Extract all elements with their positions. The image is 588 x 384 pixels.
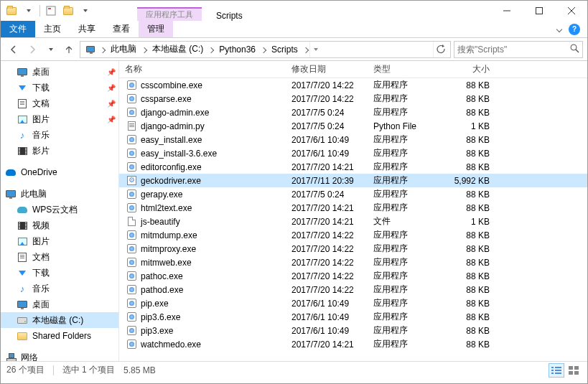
file-list[interactable]: csscombine.exe2017/7/20 14:22应用程序88 KBcs… bbox=[119, 78, 587, 361]
sidebar-item-label: 桌面 bbox=[32, 66, 50, 78]
close-button[interactable] bbox=[555, 1, 587, 21]
help-button[interactable]: ? bbox=[569, 24, 580, 35]
file-row[interactable]: pip3.6.exe2017/6/1 10:49应用程序88 KB bbox=[119, 310, 587, 324]
file-name: editorconfig.exe bbox=[141, 162, 202, 172]
file-row[interactable]: easy_install.exe2017/6/1 10:49应用程序88 KB bbox=[119, 133, 587, 146]
file-row[interactable]: pathod.exe2017/7/20 14:22应用程序88 KB bbox=[119, 283, 587, 296]
chevron-right-icon[interactable] bbox=[302, 45, 309, 55]
sidebar-item[interactable]: 图片📌 bbox=[1, 111, 118, 127]
chevron-right-icon[interactable] bbox=[99, 45, 106, 55]
file-row[interactable]: django-admin.exe2017/7/5 0:24应用程序88 KB bbox=[119, 106, 587, 119]
app-icon[interactable] bbox=[5, 4, 18, 17]
file-row[interactable]: mitmdump.exe2017/7/20 14:22应用程序88 KB bbox=[119, 228, 587, 242]
breadcrumb-segment[interactable]: 此电脑 bbox=[106, 42, 141, 57]
breadcrumb-segment[interactable]: Scripts bbox=[267, 43, 302, 56]
file-row[interactable]: pip.exe2017/6/1 10:49应用程序88 KB bbox=[119, 296, 587, 310]
sidebar-item[interactable]: Shared Folders bbox=[1, 328, 118, 344]
sidebar-item[interactable]: 桌面 bbox=[1, 296, 118, 312]
svg-rect-0 bbox=[47, 6, 55, 15]
file-size: 1 KB bbox=[445, 121, 495, 131]
search-box[interactable] bbox=[454, 41, 583, 58]
file-row[interactable]: mitmweb.exe2017/7/20 14:22应用程序88 KB bbox=[119, 256, 587, 269]
refresh-button[interactable] bbox=[433, 42, 449, 57]
folder-icon bbox=[17, 331, 28, 341]
file-row[interactable]: easy_install-3.6.exe2017/6/1 10:49应用程序88… bbox=[119, 146, 587, 160]
file-type: 应用程序 bbox=[373, 311, 445, 323]
col-date[interactable]: 修改日期 bbox=[291, 63, 373, 75]
sidebar-item[interactable]: 影片 bbox=[1, 143, 118, 159]
file-date: 2017/7/20 14:21 bbox=[291, 217, 373, 227]
file-row[interactable]: django-admin.py2017/7/5 0:24Python File1… bbox=[119, 119, 587, 133]
file-row[interactable]: gerapy.exe2017/7/5 0:24应用程序88 KB bbox=[119, 187, 587, 201]
sidebar-onedrive[interactable]: OneDrive bbox=[1, 164, 118, 180]
minimize-button[interactable] bbox=[490, 1, 523, 21]
svg-rect-14 bbox=[569, 366, 573, 370]
file-row[interactable]: cssparse.exe2017/7/20 14:22应用程序88 KB bbox=[119, 92, 587, 106]
sidebar-network[interactable]: 网络 bbox=[1, 350, 118, 361]
svg-rect-8 bbox=[551, 367, 554, 368]
chevron-right-icon[interactable] bbox=[141, 45, 148, 55]
chevron-right-icon[interactable] bbox=[260, 45, 267, 55]
search-input[interactable] bbox=[457, 45, 570, 55]
file-row[interactable]: editorconfig.exe2017/7/20 14:21应用程序88 KB bbox=[119, 160, 587, 174]
exe-icon bbox=[125, 202, 138, 214]
sidebar-item[interactable]: 桌面📌 bbox=[1, 64, 118, 80]
breadcrumb-root-icon[interactable] bbox=[82, 45, 99, 54]
col-size[interactable]: 大小 bbox=[445, 63, 495, 75]
file-row[interactable]: pip3.exe2017/6/1 10:49应用程序88 KB bbox=[119, 324, 587, 337]
recent-locations-button[interactable] bbox=[42, 41, 60, 58]
file-size: 88 KB bbox=[445, 108, 495, 118]
sidebar-thispc[interactable]: 此电脑 bbox=[1, 186, 118, 202]
address-dropdown-button[interactable] bbox=[309, 42, 322, 57]
sidebar-item[interactable]: 视频 bbox=[1, 217, 118, 233]
sidebar-item[interactable]: 本地磁盘 (C:) bbox=[1, 312, 118, 328]
file-row[interactable]: mitmproxy.exe2017/7/20 14:22应用程序88 KB bbox=[119, 242, 587, 256]
properties-icon[interactable] bbox=[45, 4, 57, 17]
file-row[interactable]: watchmedo.exe2017/7/20 14:21应用程序88 KB bbox=[119, 337, 587, 351]
sidebar-item[interactable]: 文稿📌 bbox=[1, 95, 118, 111]
expand-ribbon-icon[interactable] bbox=[556, 26, 562, 32]
file-row[interactable]: html2text.exe2017/7/20 14:21应用程序88 KB bbox=[119, 201, 587, 215]
tab-view[interactable]: 查看 bbox=[104, 21, 139, 37]
large-icons-view-button[interactable] bbox=[566, 363, 582, 378]
tab-home[interactable]: 主页 bbox=[35, 21, 70, 37]
tab-share[interactable]: 共享 bbox=[70, 21, 104, 37]
file-name: html2text.exe bbox=[141, 203, 192, 213]
sidebar-item[interactable]: 下载📌 bbox=[1, 80, 118, 95]
search-icon[interactable] bbox=[570, 44, 579, 55]
back-button[interactable] bbox=[5, 41, 22, 58]
forward-button[interactable] bbox=[24, 41, 41, 58]
sidebar-item[interactable]: ♪音乐 bbox=[1, 281, 118, 296]
sidebar-item[interactable]: 下载 bbox=[1, 265, 118, 281]
qat-expand-icon[interactable] bbox=[22, 4, 35, 17]
col-type[interactable]: 类型 bbox=[373, 63, 445, 75]
file-date: 2017/7/20 14:22 bbox=[291, 258, 373, 268]
sidebar-item[interactable]: 图片 bbox=[1, 233, 118, 249]
col-name[interactable]: 名称 bbox=[125, 63, 291, 75]
file-type: 应用程序 bbox=[373, 161, 445, 173]
new-folder-icon[interactable] bbox=[62, 4, 75, 17]
maximize-button[interactable] bbox=[523, 1, 555, 21]
sidebar-item-label: 影片 bbox=[32, 145, 50, 157]
breadcrumb-segment[interactable]: Python36 bbox=[215, 43, 260, 56]
address-bar[interactable]: 此电脑本地磁盘 (C:)Python36Scripts bbox=[80, 41, 451, 58]
breadcrumb-segment[interactable]: 本地磁盘 (C:) bbox=[148, 42, 207, 57]
file-date: 2017/7/20 14:22 bbox=[291, 285, 373, 295]
file-row[interactable]: csscombine.exe2017/7/20 14:22应用程序88 KB bbox=[119, 78, 587, 92]
tab-file[interactable]: 文件 bbox=[1, 21, 35, 37]
details-view-button[interactable] bbox=[549, 363, 564, 378]
sidebar-item[interactable]: ♪音乐 bbox=[1, 127, 118, 143]
qat-customize-icon[interactable] bbox=[79, 4, 92, 17]
chevron-right-icon[interactable] bbox=[207, 45, 215, 55]
file-row[interactable]: js-beautify2017/7/20 14:21文件1 KB bbox=[119, 215, 587, 228]
tab-manage[interactable]: 管理 bbox=[139, 21, 173, 37]
file-row[interactable]: pathoc.exe2017/7/20 14:22应用程序88 KB bbox=[119, 269, 587, 283]
status-size: 5.85 MB bbox=[123, 365, 156, 375]
sidebar-item[interactable]: 文档 bbox=[1, 249, 118, 265]
up-button[interactable] bbox=[61, 42, 77, 57]
file-type: 应用程序 bbox=[373, 134, 445, 146]
sidebar-item[interactable]: WPS云文档 bbox=[1, 202, 118, 217]
ribbon-tabs: 文件 主页 共享 查看 管理 ? bbox=[1, 21, 587, 38]
navigation-pane[interactable]: 桌面📌下载📌文稿📌图片📌♪音乐影片 OneDrive 此电脑 WPS云文档视频图… bbox=[1, 61, 118, 361]
file-row[interactable]: geckodriver.exe2017/7/11 20:39应用程序5,992 … bbox=[119, 174, 587, 187]
